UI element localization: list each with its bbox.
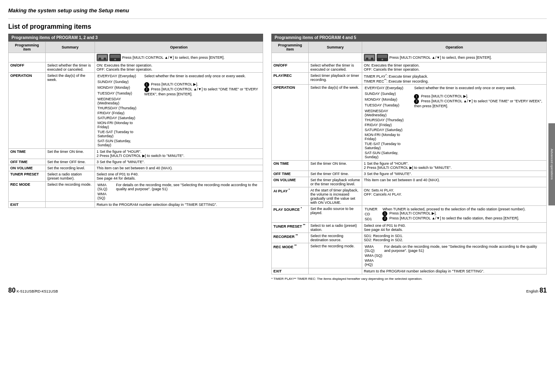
table-row: TUNER PRESET ** Select to set a radio (p… — [272, 223, 547, 233]
circle-2: 2 — [144, 87, 149, 92]
operation-operation: EVERYDAY (Everyday) Select whether the t… — [95, 73, 263, 149]
item-ontime: ON TIME — [9, 149, 46, 159]
operation-exit-left: Return to the PROGRAM number selection d… — [95, 202, 263, 208]
right-operation-playrec: TIMER PLAY*: Execute timer playback.TIME… — [362, 73, 547, 85]
svg-rect-12 — [377, 55, 387, 58]
icon-row-text: Press [MULTI CONTROL ▲/▼] to select, the… — [122, 55, 224, 60]
right-table-header: Programming items of PROGRAM 4 and 5 — [271, 34, 547, 42]
left-table-header: Programming items of PROGRAM 1, 2 and 3 — [8, 34, 263, 42]
operation-recmode: WMA (SLQ) For details on the recording m… — [95, 182, 263, 202]
right-item-aiplay: AI PLAY * — [272, 187, 309, 206]
icon-row: Press [MULTI CONTROL ▲/▼] to select, the… — [97, 54, 261, 61]
right-item-ontime: ON TIME — [272, 161, 309, 171]
table-row: THURSDAY (Thursday) — [97, 106, 261, 111]
left-col-prog: Programming item — [9, 42, 46, 53]
right-operation-exit: Return to the PROGRAM number selection d… — [362, 268, 547, 274]
device-icon — [109, 54, 121, 61]
table-row: REC MODE ** Select the recording mode. W… — [272, 243, 547, 268]
recmode-table: WMA (SLQ) For details on the recording m… — [97, 182, 261, 201]
right-icon-row: Press [MULTI CONTROL ▲/▼] to select, the… — [364, 54, 545, 61]
circle-1: 1 — [144, 82, 149, 87]
right-operation-ontime: 1 Set the figure of "HOUR".2 Press [MULT… — [362, 161, 547, 171]
table-row: REC MODE Select the recording mode. WMA … — [9, 182, 263, 202]
right-item-playsource: PLAY SOURCE * — [272, 206, 309, 223]
table-row: Press [MULTI CONTROL ▲/▼] to select, the… — [272, 53, 547, 62]
table-row: EXIT Return to the PROGRAM number select… — [272, 268, 547, 274]
table-row: ON VOLUME Set the recording level. This … — [9, 165, 263, 171]
item-onoff: ON/OFF — [9, 62, 46, 73]
table-row: WEDNESDAY (Wednesday) — [97, 97, 261, 106]
svg-point-10 — [371, 58, 373, 60]
right-operation-playsource: TUNER When TUNER is selected, proceed to… — [362, 206, 547, 223]
table-row: ON TIME Set the timer ON time. 1 Set the… — [272, 161, 547, 171]
right-summary-recorder: Select the recording destination source. — [309, 233, 362, 243]
right-summary-aiplay: At the start of timer playback, the volu… — [309, 187, 362, 206]
right-item-operation: OPERATION — [272, 85, 309, 161]
table-row: EVERYDAY (Everyday) Select whether the t… — [97, 74, 261, 79]
table-row: OPERATION Select the day(s) of the week.… — [272, 85, 547, 161]
right-summary-onoff: Select whether the timer is executed or … — [309, 62, 362, 73]
operation-tunerpreset: Select one of P01 to P40.See page 44 for… — [95, 171, 263, 182]
summary-onoff: Select whether the timer is executed or … — [46, 62, 95, 73]
cassette-icon-right — [364, 54, 375, 61]
svg-rect-5 — [110, 55, 120, 58]
operation-onoff: ON: Executes the timer operation.OFF: Ca… — [95, 62, 263, 73]
summary-ontime: Set the timer ON time. — [46, 149, 95, 159]
right-col-prog: Programming item — [272, 42, 309, 53]
sidebar-label: Advanced operations — [550, 149, 554, 180]
right-summary-tunerpreset: Select to set a radio (preset) station. — [309, 223, 362, 233]
right-col-summary: Summary — [309, 42, 362, 53]
right-operation-onoff: ON: Executes the timer operation.OFF: Ca… — [362, 62, 547, 73]
table-row: ON VOLUME Set the timer playback volume … — [272, 177, 547, 187]
table-row: WEDNESDAY (Wednesday) — [364, 108, 545, 118]
table-row: EXIT Return to the PROGRAM number select… — [9, 202, 263, 208]
right-circle-1: 1 — [414, 94, 419, 99]
right-operation-recmode: WMA (SLQ) For details on the recording m… — [362, 243, 547, 268]
cassette-icon — [97, 54, 108, 61]
table-row: FRIDAY (Friday) — [364, 122, 545, 127]
footnote: * TIMER PLAY/** TIMER REC: The items dis… — [271, 277, 547, 281]
days-table: EVERYDAY (Everyday) Select whether the t… — [97, 74, 261, 148]
item-offtime: OFF TIME — [9, 159, 46, 165]
page-right-section: English 81 — [526, 287, 547, 294]
table-row: WMA (SLQ) For details on the recording m… — [97, 182, 261, 191]
right-circle-2: 2 — [414, 99, 419, 104]
svg-point-2 — [99, 58, 101, 60]
right-summary-offtime: Set the timer OFF time. — [309, 171, 362, 177]
left-col-operation: Operation — [95, 42, 263, 53]
table-row: PLAY SOURCE * Set the audio source to be… — [272, 206, 547, 223]
table-row: TUE-SAT (Tuesday to Saturday) — [97, 129, 261, 138]
table-row: SAT-SUN (Saturday, Sunday) — [364, 150, 545, 159]
model-num: K-511USB/RD-K511USB — [17, 289, 58, 293]
summary-recmode: Select the recording mode. — [46, 182, 95, 202]
table-row: MON-FRI (Monday to Friday) — [364, 132, 545, 141]
right-recmode-table: WMA (SLQ) For details on the recording m… — [364, 244, 545, 267]
item-tunerpreset: TUNER PRESET — [9, 171, 46, 182]
operation-offtime: 3 Set the figure of "MINUTE". — [95, 159, 263, 165]
right-operation-tunerpreset: Select one of P01 to P40.See page 44 for… — [362, 223, 547, 233]
right-operation-onvolume: This item can be set between 0 and 40 (M… — [362, 177, 547, 187]
right-operation-recorder: SD1: Recording in SD1.SD2: Recording in … — [362, 233, 547, 243]
left-table: Programming item Summary Operation — [8, 42, 263, 208]
src-circle-2: 2 — [382, 216, 387, 221]
right-summary-playrec: Select timer playback or timer recording… — [309, 73, 362, 85]
right-summary-operation: Select the day(s) of the week. — [309, 85, 362, 161]
item-operation: OPERATION — [9, 73, 46, 149]
right-item-exit: EXIT — [272, 268, 309, 274]
item-recmode: REC MODE — [9, 182, 46, 202]
item-onvolume: ON VOLUME — [9, 165, 46, 171]
table-row: OPERATION Select the day(s) of the week.… — [9, 73, 263, 149]
right-icon-text: Press [MULTI CONTROL ▲/▼] to select, the… — [389, 55, 492, 60]
page-numbers: 80 K-511USB/RD-K511USB English 81 — [8, 285, 547, 294]
right-col-operation: Operation — [362, 42, 547, 53]
right-summary-recmode: Select the recording mode. — [309, 243, 362, 268]
table-row: Press [MULTI CONTROL ▲/▼] to select, the… — [9, 53, 263, 62]
right-section: Programming items of PROGRAM 4 and 5 Pro… — [271, 34, 547, 281]
table-row: TUNER When TUNER is selected, proceed to… — [364, 207, 545, 212]
table-row: SATURDAY (Saturday) — [364, 127, 545, 132]
table-row: SAT-SUN (Saturday, Sunday) — [97, 138, 261, 148]
right-item-tunerpreset: TUNER PRESET ** — [272, 223, 309, 233]
table-row: THURSDAY (Thursday) — [364, 118, 545, 122]
right-item-onvolume: ON VOLUME — [272, 177, 309, 187]
summary-onvolume: Set the recording level. — [46, 165, 95, 171]
